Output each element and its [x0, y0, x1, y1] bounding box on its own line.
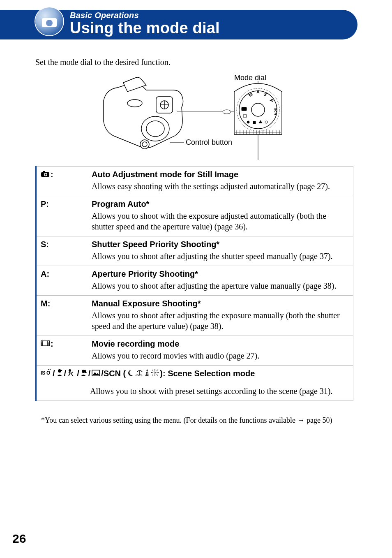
mode-symbol-a: A: — [41, 269, 90, 279]
svg-point-50 — [58, 369, 61, 373]
svg-rect-32 — [253, 121, 256, 124]
svg-point-70 — [158, 372, 159, 373]
camera-diagram: M A S P SCN Mode dia — [95, 72, 288, 160]
mode-title-movie: Movie recording mode — [92, 339, 348, 349]
sports-icon — [67, 369, 76, 378]
mode-colon-auto: : — [51, 170, 53, 179]
fireworks-icon — [151, 369, 159, 378]
svg-line-64 — [156, 374, 157, 375]
mode-title-auto: Auto Adjustment mode for Still Image — [92, 170, 348, 179]
svg-point-31 — [247, 121, 249, 123]
svg-point-71 — [152, 370, 153, 370]
mode-desc-a: Allows you to shoot after adjusting the … — [92, 280, 348, 291]
page-title: Using the mode dial — [70, 19, 220, 37]
mode-row-m: M: Manual Exposure Shooting* Allows you … — [37, 295, 353, 336]
svg-text:O: O — [46, 370, 50, 376]
svg-line-66 — [152, 374, 154, 375]
header-text-group: Basic Operations Using the mode dial — [70, 11, 220, 37]
modes-table: : Auto Adjustment mode for Still Image A… — [35, 166, 353, 401]
svg-point-1 — [146, 121, 164, 137]
header-eyebrow: Basic Operations — [70, 11, 220, 20]
mode-symbol-s: S: — [41, 240, 90, 249]
twilight-portrait-icon — [81, 369, 87, 378]
mode-row-auto: : Auto Adjustment mode for Still Image A… — [37, 166, 353, 196]
landscape-icon — [92, 369, 100, 378]
camera-diagram-svg: M A S P SCN — [95, 72, 288, 162]
svg-point-73 — [157, 370, 158, 370]
scene-scn-text: /SCN ( — [101, 369, 126, 378]
footnote: *You can select various setting using th… — [41, 416, 353, 425]
svg-point-69 — [151, 372, 152, 373]
mode-row-movie: : Movie recording mode Allows you to rec… — [37, 336, 353, 365]
svg-text:IS: IS — [41, 370, 45, 376]
svg-point-51 — [61, 370, 62, 371]
mode-desc-movie: Allows you to record movies with audio (… — [92, 350, 348, 361]
page: Basic Operations Using the mode dial Set… — [0, 0, 392, 558]
scene-head: ISO / / / / — [41, 369, 255, 378]
svg-point-4 — [127, 100, 142, 107]
mode-title-s: Shutter Speed Priority Shooting* — [92, 240, 348, 249]
svg-rect-30 — [242, 107, 247, 111]
mode-desc-s: Allows you to shoot after adjusting the … — [92, 251, 348, 262]
mode-desc-p: Allows you to shoot with the exposure ad… — [92, 211, 348, 232]
mode-symbol-auto: : — [41, 170, 90, 179]
mode-title-p: Program Auto* — [92, 199, 348, 209]
mode-title-m: Manual Exposure Shooting* — [92, 299, 348, 308]
svg-point-67 — [154, 369, 155, 370]
page-number: 26 — [12, 532, 26, 546]
iso-icon: ISO — [41, 369, 51, 378]
label-mode-dial: Mode dial — [234, 74, 266, 82]
svg-line-63 — [152, 370, 154, 371]
svg-point-38 — [45, 174, 46, 175]
camera-icon — [41, 170, 50, 179]
svg-point-13 — [251, 103, 265, 116]
svg-point-58 — [154, 372, 156, 373]
mode-row-p: P: Program Auto* Allows you to shoot wit… — [37, 196, 353, 236]
mode-symbol-m: M: — [41, 299, 90, 308]
svg-line-65 — [156, 370, 157, 371]
label-control-button: Control button — [186, 138, 232, 147]
mode-desc-auto: Allows easy shooting with the settings a… — [92, 181, 348, 192]
candle-icon — [144, 369, 150, 378]
svg-point-72 — [157, 375, 158, 376]
mode-row-scene: ISO / / / / — [37, 365, 353, 401]
mode-desc-m: Allows you to shoot after adjusting the … — [92, 310, 348, 331]
mode-colon-movie: : — [51, 339, 53, 349]
scene-close-text: ): Scene Selection mode — [160, 369, 255, 378]
footnote-after: page 50) — [305, 416, 332, 424]
beach-icon — [135, 369, 143, 378]
footnote-before: *You can select various setting using th… — [41, 416, 297, 424]
mode-row-a: A: Aperture Priority Shooting* Allows yo… — [37, 266, 353, 295]
mode-row-s: S: Shutter Speed Priority Shooting* Allo… — [37, 236, 353, 266]
mode-title-a: Aperture Priority Shooting* — [92, 269, 348, 279]
film-icon — [41, 339, 50, 349]
dial-letter-SCN: SCN — [274, 108, 277, 115]
arrow-icon: → — [297, 416, 305, 424]
svg-point-74 — [152, 375, 153, 376]
header-camera-icon — [35, 7, 63, 35]
mode-symbol-movie: : — [41, 339, 90, 349]
portrait-icon — [56, 369, 63, 378]
svg-point-68 — [154, 375, 155, 376]
svg-point-52 — [69, 369, 71, 372]
scene-desc: Allows you to shoot with preset settings… — [90, 386, 348, 396]
mode-symbol-p: P: — [41, 199, 90, 209]
svg-rect-36 — [43, 171, 45, 173]
dial-letter-A: A — [256, 89, 260, 94]
moon-icon — [127, 369, 134, 378]
svg-point-9 — [223, 110, 231, 114]
intro-text: Set the mode dial to the desired functio… — [35, 58, 171, 67]
svg-point-3 — [142, 142, 147, 147]
